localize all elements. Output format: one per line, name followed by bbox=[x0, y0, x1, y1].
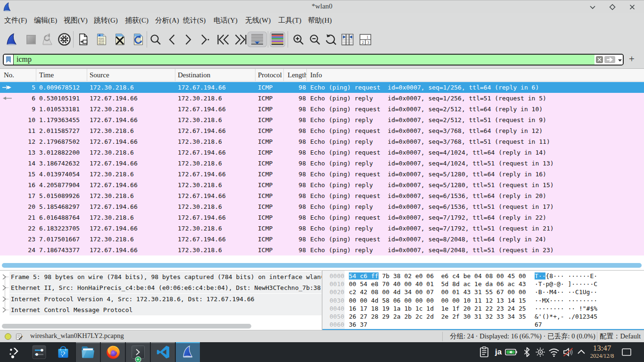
minimize-button[interactable] bbox=[588, 3, 597, 11]
control-center-button[interactable] bbox=[27, 342, 51, 362]
detail-row[interactable]: Internet Protocol Version 4, Src: 172.30… bbox=[9, 294, 322, 304]
packet-list-hscrollbar[interactable] bbox=[2, 263, 642, 268]
menu-tools[interactable]: 工具(T) bbox=[278, 16, 301, 25]
packet-row-21[interactable]: 216.016488764172.30.218.6172.67.194.66IC… bbox=[0, 212, 644, 223]
layout-columns-button[interactable]: 123 bbox=[357, 32, 373, 47]
hex-row-0030[interactable]: 003000 00 4d 58 06 00 00 00 00 00 10 11 … bbox=[322, 296, 644, 304]
menu-capture[interactable]: 捕获(C) bbox=[125, 16, 149, 25]
auto-scroll-button[interactable] bbox=[248, 32, 267, 47]
save-file-button[interactable]: 010101100111 bbox=[93, 32, 109, 47]
column-header-protocol[interactable]: Protocol bbox=[256, 69, 284, 82]
hex-row-0020[interactable]: 0020c2 42 08 00 4d 34 00 07 00 01 43 31 … bbox=[322, 288, 644, 296]
tray-expand-tray-icon[interactable] bbox=[574, 342, 588, 362]
launcher-button[interactable] bbox=[2, 342, 27, 362]
zoom-in-button[interactable] bbox=[290, 32, 306, 47]
hex-row-0050[interactable]: 005026 27 28 29 2a 2b 2c 2d 2e 2f 30 31 … bbox=[322, 313, 644, 321]
capture-comment-icon[interactable] bbox=[16, 333, 23, 340]
profile-label[interactable]: 配置：Default bbox=[600, 332, 641, 341]
zoom-reset-button[interactable] bbox=[323, 32, 339, 47]
hex-row-0060[interactable]: 006036 3767 bbox=[322, 321, 644, 329]
detail-row[interactable]: Internet Control Message Protocol bbox=[9, 304, 322, 315]
packet-row-16[interactable]: 164.205877904172.67.194.66172.30.218.6IC… bbox=[0, 180, 644, 190]
packet-row-14[interactable]: 143.186742632172.67.194.66172.30.218.6IC… bbox=[0, 158, 644, 169]
expander-icon[interactable] bbox=[0, 294, 9, 304]
packet-row-24[interactable]: 247.186743377172.67.194.66172.30.218.6IC… bbox=[0, 245, 644, 255]
column-header-no[interactable]: No. bbox=[0, 69, 36, 82]
filter-add-button[interactable]: + bbox=[627, 53, 637, 65]
zoom-out-button[interactable] bbox=[307, 32, 323, 47]
close-button[interactable] bbox=[628, 3, 636, 11]
resize-columns-button[interactable] bbox=[339, 32, 355, 47]
packet-row-12[interactable]: 122.179687502172.67.194.66172.30.218.6IC… bbox=[0, 136, 644, 147]
packet-row-22[interactable]: 226.183223705172.67.194.66172.30.218.6IC… bbox=[0, 223, 644, 234]
filter-apply-button[interactable] bbox=[604, 56, 615, 63]
find-packet-button[interactable] bbox=[148, 32, 164, 47]
expander-icon[interactable] bbox=[0, 304, 9, 315]
menu-go[interactable]: 跳转(G) bbox=[94, 16, 118, 25]
packet-row-17[interactable]: 175.015089926172.30.218.6172.67.194.66IC… bbox=[0, 190, 644, 201]
display-filter-input[interactable] bbox=[14, 55, 594, 65]
stop-capture-button[interactable] bbox=[23, 32, 39, 47]
taskbar-app-file-manager[interactable] bbox=[76, 342, 100, 362]
taskbar-app-terminal[interactable]: + bbox=[126, 342, 150, 362]
start-capture-button[interactable] bbox=[4, 32, 20, 47]
details-hscrollbar[interactable] bbox=[2, 324, 251, 329]
menu-help[interactable]: 帮助(H) bbox=[308, 16, 332, 25]
brightness-tray-icon[interactable] bbox=[533, 342, 547, 362]
menu-telephony[interactable]: 电话(Y) bbox=[214, 16, 238, 25]
app-store-button[interactable] bbox=[51, 342, 75, 362]
maximize-button[interactable] bbox=[608, 3, 617, 11]
capture-file-name[interactable]: wireshark_wlan0KH7LY2.pcapng bbox=[30, 332, 124, 340]
taskbar-app-wireshark[interactable] bbox=[176, 342, 200, 362]
packet-row-6[interactable]: 60.530105191172.67.194.66172.30.218.6ICM… bbox=[0, 93, 644, 104]
colorize-button[interactable] bbox=[270, 32, 285, 47]
menu-view[interactable]: 视图(V) bbox=[64, 16, 88, 25]
column-header-time[interactable]: Time bbox=[36, 69, 87, 82]
close-file-button[interactable]: 010101100111 bbox=[112, 32, 128, 47]
hex-row-0040[interactable]: 004016 17 18 19 1a 1b 1c 1d 1e 1f 20 21 … bbox=[322, 304, 644, 313]
column-header-source[interactable]: Source bbox=[87, 69, 175, 82]
menu-file[interactable]: 文件(F) bbox=[4, 16, 27, 25]
capture-options-button[interactable] bbox=[56, 32, 72, 47]
menu-edit[interactable]: 编辑(E) bbox=[34, 16, 57, 25]
clipboard-tray-icon[interactable] bbox=[477, 342, 491, 362]
battery-tray-icon[interactable] bbox=[504, 342, 518, 362]
detail-row[interactable]: Frame 5: 98 bytes on wire (784 bits), 98… bbox=[9, 272, 322, 282]
column-header-length[interactable]: Length bbox=[284, 69, 307, 82]
filter-clear-button[interactable] bbox=[596, 56, 603, 63]
bluetooth-tray-icon[interactable] bbox=[520, 342, 534, 362]
restart-capture-button[interactable] bbox=[40, 32, 56, 47]
packet-row-23[interactable]: 237.017501667172.30.218.6172.67.194.66IC… bbox=[0, 234, 644, 245]
expander-icon[interactable] bbox=[0, 272, 9, 282]
show-desktop-button[interactable] bbox=[619, 342, 635, 362]
packet-row-5[interactable]: 50.009678512172.30.218.6172.67.194.66ICM… bbox=[0, 82, 644, 93]
last-packet-button[interactable] bbox=[233, 32, 249, 47]
packet-row-15[interactable]: 154.013974054172.30.218.6172.67.194.66IC… bbox=[0, 169, 644, 180]
go-back-button[interactable] bbox=[164, 32, 180, 47]
wifi-tray-icon[interactable] bbox=[547, 342, 561, 362]
reload-file-button[interactable]: 01010110 bbox=[130, 32, 146, 47]
filter-bookmark-button[interactable] bbox=[4, 55, 14, 65]
packet-row-20[interactable]: 205.185468297172.67.194.66172.30.218.6IC… bbox=[0, 201, 644, 212]
column-header-destination[interactable]: Destination bbox=[175, 69, 256, 82]
input-method-tray-icon[interactable]: ja bbox=[491, 342, 505, 362]
go-to-packet-button[interactable] bbox=[197, 32, 213, 47]
menu-statistics[interactable]: 统计(S) bbox=[183, 16, 206, 25]
packet-row-10[interactable]: 101.179363455172.67.194.66172.30.218.6IC… bbox=[0, 115, 644, 125]
hex-row-0010[interactable]: 001000 54 e8 70 40 00 40 01 5d 8d ac 1e … bbox=[322, 280, 644, 288]
menu-analyze[interactable]: 分析(A) bbox=[155, 16, 179, 25]
menu-wireless[interactable]: 无线(W) bbox=[245, 16, 271, 25]
taskbar-clock[interactable]: 13:47 2024/12/8 bbox=[587, 344, 617, 360]
taskbar-app-firefox[interactable] bbox=[101, 342, 125, 362]
taskbar-app-vscode[interactable] bbox=[151, 342, 175, 362]
go-forward-button[interactable] bbox=[180, 32, 196, 47]
packet-row-9[interactable]: 91.010533181172.30.218.6172.67.194.66ICM… bbox=[0, 104, 644, 115]
expander-icon[interactable] bbox=[0, 282, 9, 293]
column-header-info[interactable]: Info bbox=[307, 69, 644, 82]
filter-dropdown-button[interactable] bbox=[618, 56, 622, 64]
hex-row-0000[interactable]: 000054 c6 ff 7b 38 02 e0 06 e6 c4 be 04 … bbox=[322, 272, 644, 280]
first-packet-button[interactable] bbox=[215, 32, 231, 47]
open-file-button[interactable] bbox=[75, 32, 91, 47]
packet-row-11[interactable]: 112.011585727172.30.218.6172.67.194.66IC… bbox=[0, 125, 644, 136]
expert-info-icon[interactable] bbox=[4, 333, 12, 340]
